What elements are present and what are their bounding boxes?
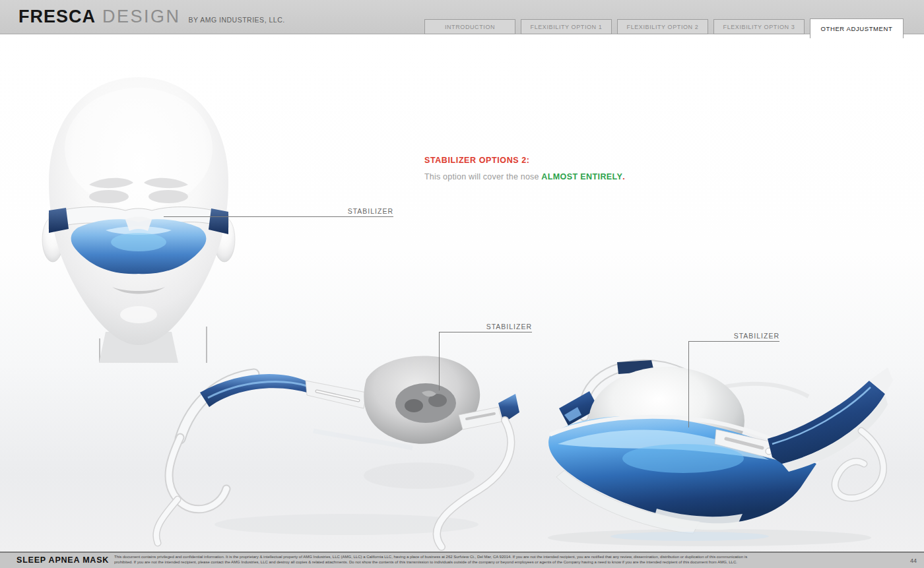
- brand-name-primary: FRESCA: [18, 7, 96, 27]
- callout-label-stabilizer-2: STABILIZER: [433, 323, 532, 331]
- tab-bar: INTRODUCTION FLEXIBILITY OPTION 1 FLEXIB…: [424, 18, 904, 38]
- callout-label-stabilizer-1: STABILIZER: [294, 207, 393, 215]
- callout-leader-drop-2: [439, 332, 440, 391]
- brand-name-secondary: DESIGN: [102, 7, 181, 27]
- page-number: 44: [910, 557, 917, 564]
- stabilizer-options-heading: STABILIZER OPTIONS 2:: [424, 156, 530, 165]
- header-bar: FRESCA DESIGN BY AMG INDUSTRIES, LLC. IN…: [0, 0, 924, 34]
- callout-label-stabilizer-3: STABILIZER: [680, 332, 779, 340]
- mask-three-quarter-render: [518, 352, 894, 550]
- tab-other-adjustment[interactable]: OTHER ADJUSTMENT: [810, 18, 904, 38]
- description-period: .: [622, 172, 625, 181]
- footer-title: SLEEP APNEA MASK: [16, 555, 109, 565]
- description-prefix: This option will cover the nose: [424, 172, 541, 181]
- tab-flexibility-option-3[interactable]: FLEXIBILITY OPTION 3: [713, 19, 805, 34]
- callout-leader-line-1: [164, 216, 393, 217]
- brand-byline: BY AMG INDUSTRIES, LLC.: [189, 16, 285, 24]
- stabilizer-options-description: This option will cover the nose ALMOST E…: [424, 172, 625, 181]
- tab-flexibility-option-1[interactable]: FLEXIBILITY OPTION 1: [521, 19, 612, 34]
- slide-canvas: STABILIZER OPTIONS 2: This option will c…: [0, 34, 924, 552]
- callout-leader-line-2: [439, 332, 532, 332]
- description-highlight: ALMOST ENTIRELY: [541, 172, 622, 181]
- footer-disclaimer: This document contains privileged and co…: [114, 555, 801, 565]
- disclaimer-line-1: This document contains privileged and co…: [114, 555, 801, 560]
- footer-bar: SLEEP APNEA MASK This document contains …: [0, 552, 924, 568]
- tab-introduction[interactable]: INTRODUCTION: [424, 19, 515, 34]
- callout-leader-line-3: [688, 341, 779, 342]
- brand: FRESCA DESIGN BY AMG INDUSTRIES, LLC.: [18, 7, 285, 27]
- mask-inside-view-render: [148, 352, 521, 551]
- callout-leader-drop-3: [688, 341, 689, 427]
- disclaimer-line-2: prohibited. If you are not the intended …: [114, 560, 801, 565]
- tab-flexibility-option-2[interactable]: FLEXIBILITY OPTION 2: [617, 19, 708, 34]
